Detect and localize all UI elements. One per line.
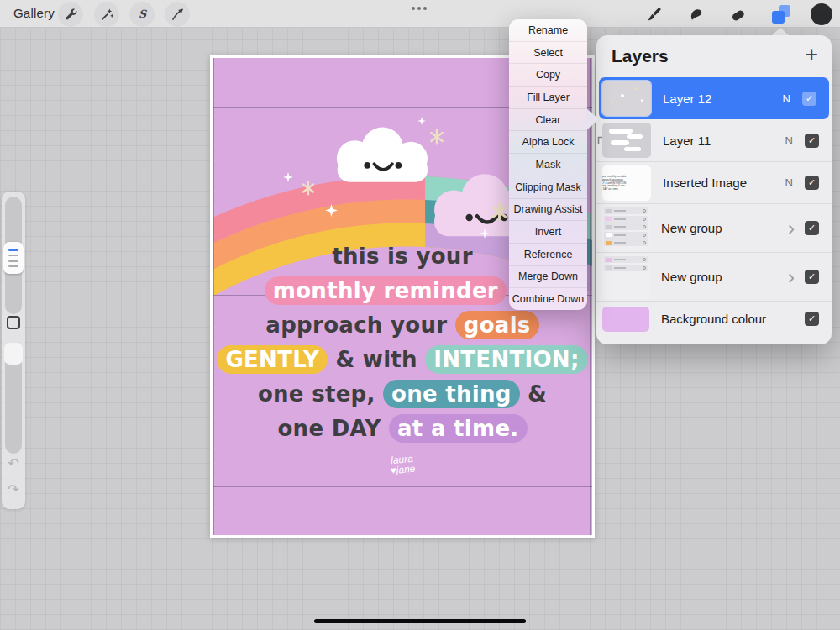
layer-row-background-colour[interactable]: Background colour ✓ — [596, 301, 832, 336]
paint-tool-button[interactable] — [641, 2, 666, 27]
menu-item-drawing-assist[interactable]: Drawing Assist — [509, 198, 587, 221]
blend-mode-badge[interactable]: N — [785, 134, 793, 147]
layer-name: Background colour — [661, 312, 766, 326]
layer-thumbnail — [602, 123, 651, 158]
layers-panel-title: Layers — [612, 46, 669, 66]
magic-wand-icon — [99, 7, 115, 23]
menu-item-invert[interactable]: Invert — [509, 220, 587, 243]
svg-text:S: S — [138, 8, 147, 20]
group-row-new-group-1[interactable]: New group › ✓ — [596, 203, 832, 252]
layers-tool-button[interactable] — [769, 2, 794, 27]
quote-line: one DAY at a time. — [213, 412, 592, 446]
color-tool-button[interactable] — [809, 2, 834, 27]
blend-mode-badge[interactable]: N — [785, 176, 793, 189]
layer-visibility-checkbox[interactable]: ✓ — [805, 134, 819, 148]
undo-button[interactable]: ↶ — [2, 455, 25, 471]
highlight-pill: GENTLY — [217, 345, 328, 374]
group-thumbnail — [602, 255, 649, 299]
menu-item-clipping-mask[interactable]: Clipping Mask — [509, 176, 587, 198]
chevron-right-icon[interactable]: › — [788, 220, 795, 237]
home-indicator[interactable] — [314, 619, 526, 623]
menu-item-fill-layer[interactable]: Fill Layer — [509, 86, 587, 108]
layer-thumbnail: this is your monthly reminder to approac… — [602, 165, 651, 201]
quote-line: approach your goals — [213, 308, 592, 343]
eraser-tool-button[interactable] — [725, 2, 750, 27]
menu-item-merge-down[interactable]: Merge Down — [509, 265, 587, 288]
menu-item-mask[interactable]: Mask — [509, 153, 587, 176]
layers-icon — [772, 5, 790, 24]
top-toolbar: Gallery S — [0, 0, 840, 28]
menu-pointer — [586, 108, 599, 130]
layers-panel: Layers + Layer 12 N ✓ — [596, 35, 832, 344]
quote-line: one step, one thing & — [213, 377, 592, 412]
modify-button[interactable] — [7, 316, 20, 329]
layer-visibility-checkbox[interactable]: ✓ — [802, 92, 816, 106]
menu-item-alpha-lock[interactable]: Alpha Lock — [509, 130, 587, 153]
group-row-new-group-2[interactable]: New group › ✓ — [596, 252, 832, 301]
adjustments-button[interactable] — [94, 2, 119, 27]
white-cloud-illustration — [328, 122, 439, 192]
layer-row-layer-11[interactable]: Layer 11 N ✓ — [596, 119, 832, 161]
eraser-icon — [729, 6, 747, 24]
gallery-button[interactable]: Gallery — [13, 6, 55, 20]
drawing-guide-line — [213, 486, 592, 487]
smudge-tool-button[interactable] — [683, 2, 708, 27]
layer-visibility-checkbox[interactable]: ✓ — [805, 221, 819, 235]
smudge-finger-icon — [687, 6, 705, 24]
highlight-pill: goals — [455, 311, 539, 339]
wrench-icon — [63, 7, 79, 23]
redo-button[interactable]: ↷ — [2, 481, 25, 497]
brush-icon — [645, 6, 663, 24]
procreate-screen: Gallery S — [0, 0, 840, 630]
asterisk-sparkle-icon — [490, 202, 509, 222]
brush-opacity-slider-handle[interactable] — [4, 343, 23, 365]
layer-row-layer-12[interactable]: Layer 12 N ✓ — [599, 77, 829, 119]
transform-arrow-icon — [170, 7, 186, 23]
asterisk-sparkle-icon — [301, 181, 316, 196]
multitask-indicator-icon[interactable] — [412, 7, 427, 10]
highlight-pill: at a time. — [389, 414, 528, 443]
menu-item-reference[interactable]: Reference — [509, 243, 587, 265]
layer-row-inserted-image[interactable]: this is your monthly reminder to approac… — [596, 161, 832, 203]
group-name: New group — [661, 221, 722, 235]
selection-s-icon: S — [134, 7, 150, 23]
selection-button[interactable]: S — [129, 2, 155, 27]
menu-item-combine-down[interactable]: Combine Down — [509, 287, 587, 310]
actions-button[interactable] — [58, 2, 83, 27]
quote-line: GENTLY & with INTENTION; — [213, 343, 592, 377]
layer-visibility-checkbox[interactable]: ✓ — [805, 312, 819, 326]
layers-panel-header: Layers + — [596, 35, 832, 77]
menu-item-copy[interactable]: Copy — [509, 63, 587, 86]
highlight-pill: INTENTION; — [425, 345, 587, 374]
group-name: New group — [661, 270, 722, 284]
blend-mode-badge[interactable]: N — [783, 92, 790, 105]
layer-visibility-checkbox[interactable]: ✓ — [805, 270, 819, 284]
layer-name: Inserted Image — [663, 176, 747, 190]
highlight-pill: one thing — [383, 380, 520, 408]
layer-name: Layer 12 — [663, 92, 711, 106]
layer-thumbnail — [602, 81, 651, 116]
color-swatch-icon — [811, 3, 832, 25]
group-thumbnail — [602, 207, 649, 250]
menu-item-rename[interactable]: Rename — [509, 19, 587, 41]
layer-name: Layer 11 — [663, 134, 711, 148]
chevron-right-icon[interactable]: › — [788, 269, 795, 286]
menu-item-select[interactable]: Select — [509, 41, 587, 64]
highlight-pill: monthly reminder — [265, 276, 507, 305]
asterisk-sparkle-icon — [428, 129, 445, 145]
menu-item-clear[interactable]: Clear — [509, 108, 587, 131]
layer-options-menu: Rename Select Copy Fill Layer Clear Alph… — [509, 19, 587, 310]
layer-visibility-checkbox[interactable]: ✓ — [805, 176, 819, 190]
brush-sidebar: ↶ ↷ — [2, 192, 25, 509]
brush-size-slider-handle[interactable] — [3, 242, 24, 274]
add-layer-button[interactable]: + — [805, 42, 818, 68]
background-colour-thumbnail — [602, 307, 649, 332]
transform-button[interactable] — [165, 2, 190, 27]
